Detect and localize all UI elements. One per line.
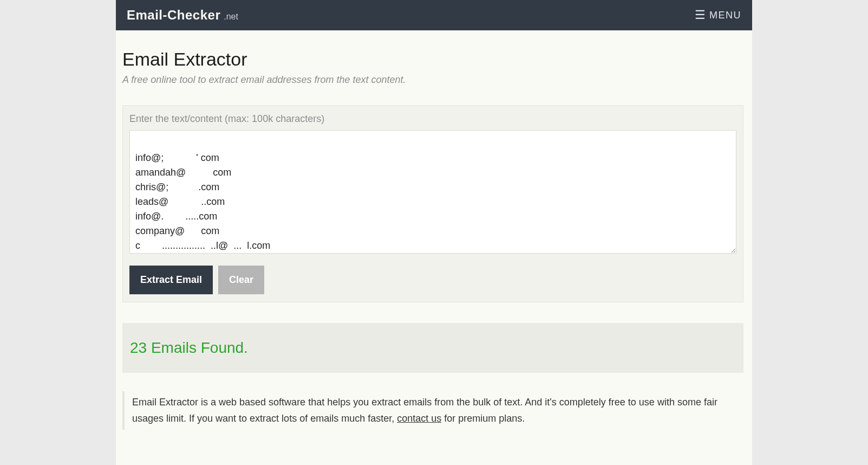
hamburger-icon: ☰ [695,9,707,21]
page-container: Email-Checker .net ☰ MENU Email Extracto… [116,0,752,465]
info-paragraph: Email Extractor is a web based software … [122,391,743,430]
results-panel: 23 Emails Found. [122,323,743,373]
brand-tld-text: .net [224,12,238,22]
extract-email-button[interactable]: Extract Email [129,266,213,294]
brand-main-text: Email-Checker [127,8,220,23]
menu-button[interactable]: ☰ MENU [695,9,742,21]
clear-button[interactable]: Clear [218,266,264,294]
input-panel: Enter the text/content (max: 100k charac… [122,105,743,302]
menu-label: MENU [709,10,741,21]
results-count-text: 23 Emails Found. [130,339,736,357]
contact-us-link[interactable]: contact us [397,413,441,424]
navbar: Email-Checker .net ☰ MENU [116,0,752,30]
page-title: Email Extractor [122,49,743,70]
content-textarea[interactable] [129,130,736,254]
textarea-label: Enter the text/content (max: 100k charac… [129,113,736,125]
info-text-2: for premium plans. [441,413,525,424]
button-row: Extract Email Clear [129,266,736,294]
page-subtitle: A free online tool to extract email addr… [122,74,743,86]
brand-logo[interactable]: Email-Checker .net [127,8,238,23]
main-content: Email Extractor A free online tool to ex… [116,30,752,451]
